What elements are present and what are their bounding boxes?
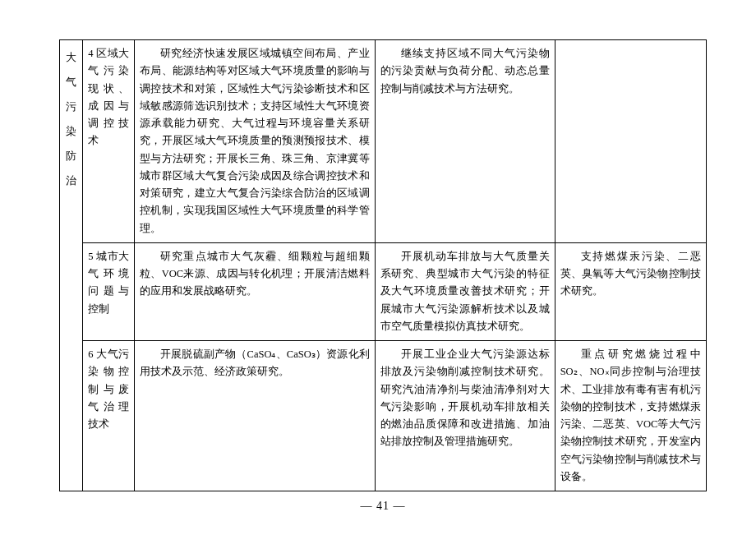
topic-cell: 4 区域大气污染现状、成因与调控技术 — [83, 40, 135, 243]
topic-cell: 6 大气污染物控制与废气治理技术 — [83, 341, 135, 491]
table-row: 大气污染防治 4 区域大气污染现状、成因与调控技术 研究经济快速发展区域城镇空间… — [60, 40, 707, 243]
content-cell: 开展机动车排放与大气质量关系研究、典型城市大气污染的特征及大气环境质量改善技术研… — [375, 242, 555, 340]
content-text: 支持燃煤汞污染、二恶英、臭氧等大气污染物控制技术研究。 — [560, 248, 701, 301]
content-text: 开展脱硫副产物（CaSO₄、CaSO₃）资源化利用技术及示范、经济政策研究。 — [140, 346, 370, 381]
content-cell: 重点研究燃烧过程中 SO₂、NOₓ同步控制与治理技术、工业排放有毒有害有机污染物… — [555, 341, 706, 491]
category-char: 大 — [65, 45, 77, 70]
content-text: 研究经济快速发展区域城镇空间布局、产业布局、能源结构等对区域大气环境质量的影响与… — [140, 45, 370, 238]
content-cell: 开展脱硫副产物（CaSO₄、CaSO₃）资源化利用技术及示范、经济政策研究。 — [135, 341, 376, 491]
category-char: 气 — [65, 70, 77, 95]
content-cell: 开展工业企业大气污染源达标排放及污染物削减控制技术研究。研究汽油清净剂与柴油清净… — [375, 341, 555, 491]
content-text: 开展机动车排放与大气质量关系研究、典型城市大气污染的特征及大气环境质量改善技术研… — [380, 248, 550, 335]
category-char: 染 — [65, 119, 77, 144]
topic-cell: 5 城市大气环境问题与控制 — [83, 242, 135, 340]
content-cell — [555, 40, 706, 243]
content-text: 研究重点城市大气灰霾、细颗粒与超细颗粒、VOC来源、成因与转化机理；开展清洁燃料… — [140, 248, 370, 301]
table-row: 5 城市大气环境问题与控制 研究重点城市大气灰霾、细颗粒与超细颗粒、VOC来源、… — [60, 242, 707, 340]
table-row: 6 大气污染物控制与废气治理技术 开展脱硫副产物（CaSO₄、CaSO₃）资源化… — [60, 341, 707, 491]
category-char: 治 — [65, 168, 77, 193]
content-cell: 研究经济快速发展区域城镇空间布局、产业布局、能源结构等对区域大气环境质量的影响与… — [135, 40, 376, 243]
category-char: 污 — [65, 95, 77, 119]
category-cell: 大气污染防治 — [60, 40, 83, 491]
content-text: 开展工业企业大气污染源达标排放及污染物削减控制技术研究。研究汽油清净剂与柴油清净… — [380, 346, 550, 451]
content-text: 重点研究燃烧过程中 SO₂、NOₓ同步控制与治理技术、工业排放有毒有害有机污染物… — [560, 346, 701, 486]
content-cell: 继续支持区域不同大气污染物的污染贡献与负荷分配、动态总量控制与削减技术与方法研究… — [375, 40, 555, 243]
document-table: 大气污染防治 4 区域大气污染现状、成因与调控技术 研究经济快速发展区域城镇空间… — [59, 39, 707, 491]
category-char: 防 — [65, 144, 77, 168]
content-text: 继续支持区域不同大气污染物的污染贡献与负荷分配、动态总量控制与削减技术与方法研究… — [380, 45, 550, 98]
page-number: — 41 — — [59, 496, 707, 516]
content-cell: 支持燃煤汞污染、二恶英、臭氧等大气污染物控制技术研究。 — [555, 242, 706, 340]
content-cell: 研究重点城市大气灰霾、细颗粒与超细颗粒、VOC来源、成因与转化机理；开展清洁燃料… — [135, 242, 376, 340]
